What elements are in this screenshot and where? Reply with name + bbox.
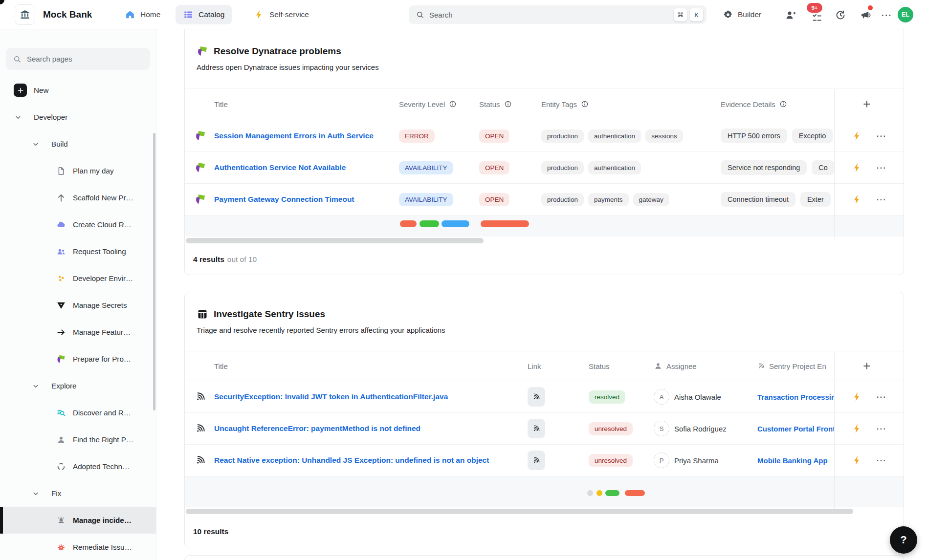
info-icon[interactable] [779,100,787,108]
brand-logo[interactable] [15,4,35,25]
user-add-icon [785,9,796,21]
sidebar-group-developer[interactable]: Developer [0,104,156,130]
sidebar-group-build[interactable]: Build [0,130,156,157]
table-row[interactable]: Uncaught ReferenceError: paymentMethod i… [185,413,904,445]
search-input[interactable] [429,11,671,19]
help-button[interactable]: ? [890,526,917,554]
scrollbar-thumb[interactable] [186,238,484,243]
row-title-link[interactable]: Payment Gateway Connection Timeout [214,195,354,204]
search-icon [13,55,22,64]
run-action-icon[interactable] [852,162,862,173]
row-menu-button[interactable]: ⋯ [876,194,887,204]
tab-home[interactable]: Home [117,5,168,24]
sidebar-item-manage-secrets[interactable]: Manage Secrets [0,292,156,319]
row-menu-button[interactable]: ⋯ [876,163,887,172]
sidebar-group-explore[interactable]: Explore [0,372,156,399]
tab-home-label: Home [140,10,160,19]
tab-self-service[interactable]: Self-service [246,5,316,24]
sidebar-item-plan-my-day[interactable]: Plan my day [0,157,156,184]
sidebar-item-scaffold[interactable]: Scaffold New Pr… [0,184,156,211]
row-title-link[interactable]: Authentication Service Not Available [214,163,346,172]
evidence-pill: Co [812,160,834,175]
sidebar-item-remediate[interactable]: Remediate Issu… [0,534,156,560]
sidebar-scrollbar[interactable] [153,133,155,410]
run-action-icon[interactable] [852,423,862,434]
add-column-button[interactable] [862,99,872,109]
run-action-icon[interactable] [852,455,862,466]
sidebar-item-adopted-tech[interactable]: Adopted Techn… [0,453,156,480]
table-row[interactable]: React Native exception: Unhandled JS Exc… [185,445,904,476]
pinned-column-divider [834,89,835,238]
project-link[interactable]: Transaction Processin [757,393,834,401]
add-column-button[interactable] [862,361,872,371]
evidence-pill: Exter [800,192,831,207]
row-menu-button[interactable]: ⋯ [876,131,887,141]
table-row[interactable]: Session Management Errors in Auth Servic… [185,120,904,152]
project-link[interactable]: Mobile Banking App [757,456,828,465]
row-menu-button[interactable]: ⋯ [876,392,887,402]
avatar[interactable]: EL [898,7,913,22]
entity-tag: payments [588,193,629,206]
sidebar-item-request-tooling[interactable]: Request Tooling [0,238,156,265]
sidebar-group-fix[interactable]: Fix [0,480,156,507]
card-subtitle: Address open Dynatrace issues impacting … [197,63,889,71]
row-menu-button[interactable]: ⋯ [876,455,887,465]
sidebar-item-manage-incidents[interactable]: Manage incide… [0,507,156,534]
info-icon[interactable] [581,100,589,108]
run-action-icon[interactable] [852,130,862,141]
sidebar-item-find-right[interactable]: Find the Right P… [0,426,156,453]
tasks-button[interactable] [811,12,823,24]
entity-tag: production [541,193,584,206]
assignee-name: Priya Sharma [674,456,719,465]
partial-row-strip [185,476,904,507]
decorative-dot [605,490,619,496]
run-action-icon[interactable] [852,391,862,402]
sidebar-new-button[interactable]: New [0,77,156,104]
table-row[interactable]: Authentication Service Not Available AVA… [185,152,904,184]
project-link[interactable]: Customer Portal Front [757,425,834,433]
scrollbar-thumb[interactable] [186,509,853,514]
col-entity-tags: Entity Tags [541,100,577,108]
sidebar-item-prepare-pro[interactable]: Prepare for Pro… [0,345,156,372]
sidebar-search[interactable] [6,48,150,70]
severity-badge: ERROR [399,129,435,143]
row-title-link[interactable]: SecurityException: Invalid JWT token in … [214,392,448,401]
global-search[interactable]: ⌘ K [409,5,706,24]
sidebar-item-manage-feature[interactable]: Manage Featur… [0,319,156,345]
row-menu-button[interactable]: ⋯ [876,424,887,433]
results-summary: 4 results out of 10 [185,245,904,274]
info-icon[interactable] [449,100,457,108]
person-icon [654,362,662,370]
table-row[interactable]: SecurityException: Invalid JWT token in … [185,381,904,413]
more-menu-button[interactable]: ⋯ [880,9,893,22]
invite-user-button[interactable] [784,9,797,22]
evidence-pill: Connection timeout [721,192,795,207]
catalog-icon [183,9,194,20]
row-title-link[interactable]: Uncaught ReferenceError: paymentMethod i… [214,424,420,433]
sidebar-item-create-cloud[interactable]: Create Cloud R… [0,211,156,238]
sentry-link-button[interactable] [528,451,545,470]
results-count: 10 results [193,527,228,536]
row-title-link[interactable]: Session Management Errors in Auth Servic… [214,131,374,140]
row-title-link[interactable]: React Native exception: Unhandled JS Exc… [214,456,489,465]
sentry-link-button[interactable] [528,387,545,407]
run-action-icon[interactable] [852,194,862,205]
table-row[interactable]: Payment Gateway Connection Timeout AVAIL… [185,184,904,215]
info-icon[interactable] [504,100,512,108]
builder-button[interactable]: Builder [723,7,761,22]
chevron-down-icon [31,489,40,498]
sidebar-search-input[interactable] [27,55,143,63]
sidebar-item-discover[interactable]: Discover and R… [0,399,156,426]
entity-tag: gateway [633,193,669,206]
tab-catalog[interactable]: Catalog [176,5,232,24]
history-button[interactable] [834,9,847,22]
sentry-link-button[interactable] [528,419,545,438]
dynatrace-icon [195,130,206,142]
announcements-button[interactable] [859,9,872,22]
sentry-icon [195,454,206,466]
col-severity: Severity Level [399,100,445,108]
sidebar-item-developer-env[interactable]: Developer Envir… [0,265,156,292]
status-badge: unresolved [589,422,633,435]
decorative-pill [441,220,469,227]
col-evidence: Evidence Details [721,100,775,108]
